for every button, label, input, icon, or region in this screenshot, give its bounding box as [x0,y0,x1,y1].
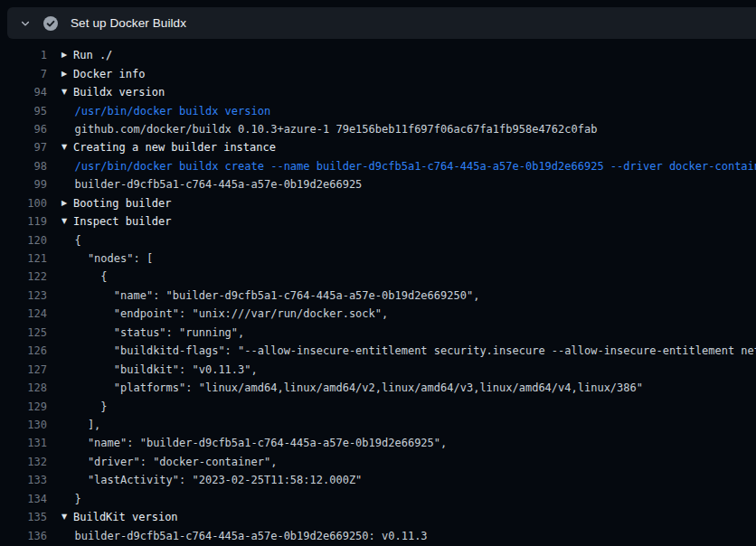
check-circle-icon [43,16,58,31]
log-line: 130 ], [7,416,756,434]
line-number[interactable]: 136 [7,530,47,542]
log-text: { [61,234,81,247]
line-number[interactable]: 127 [7,363,47,376]
log-group-line[interactable]: 1▶Run ./ [7,46,756,64]
log-group-line[interactable]: 119▼Inspect builder [7,212,756,231]
log-group-line[interactable]: 135▼BuildKit version [7,508,756,526]
log-line: 98 /usr/bin/docker buildx create --name … [7,157,756,175]
log-line: 127 "buildkit": "v0.11.3", [7,360,756,378]
log-line: 126 "buildkitd-flags": "--allow-insecure… [7,342,756,360]
line-number[interactable]: 121 [7,252,47,265]
log-text: /usr/bin/docker buildx version [61,105,270,118]
log-line: 99 builder-d9cfb5a1-c764-445a-a57e-0b19d… [7,175,756,193]
log-text: "endpoint": "unix:///var/run/docker.sock… [61,307,388,320]
line-number[interactable]: 119 [7,215,47,228]
line-number[interactable]: 123 [7,289,47,302]
line-number[interactable]: 97 [7,141,47,154]
log-text: /usr/bin/docker buildx create --name bui… [61,160,756,173]
log-text: Run ./ [73,49,112,61]
log-line: 121 "nodes": [ [7,249,756,268]
line-number[interactable]: 135 [7,511,47,523]
log-text: "nodes": [ [61,252,153,265]
log-text: } [61,400,108,413]
log-line: 133 "lastActivity": "2023-02-25T11:58:12… [7,471,756,489]
triangle-down-icon[interactable]: ▼ [61,218,73,225]
line-number[interactable]: 122 [7,270,47,283]
line-number[interactable]: 7 [7,68,47,80]
log-line: 136 builder-d9cfb5a1-c764-445a-a57e-0b19… [7,526,756,544]
log-text: "driver": "docker-container", [61,456,277,468]
triangle-right-icon[interactable]: ▶ [61,52,73,59]
line-number[interactable]: 126 [7,344,47,357]
triangle-right-icon[interactable]: ▶ [61,200,73,207]
line-number[interactable]: 128 [7,381,47,394]
log-line: 122 { [7,268,756,286]
step-header[interactable]: Set up Docker Buildx [7,7,756,39]
line-number[interactable]: 125 [7,326,47,339]
line-number[interactable]: 1 [7,49,47,61]
log-line: 125 "status": "running", [7,324,756,342]
line-number[interactable]: 96 [7,123,47,136]
log-line: 132 "driver": "docker-container", [7,453,756,471]
log-line: 128 "platforms": "linux/amd64,linux/amd6… [7,379,756,397]
log-line: 129 } [7,397,756,415]
log-text: Booting builder [73,197,171,210]
log-line: 123 "name": "builder-d9cfb5a1-c764-445a-… [7,287,756,305]
log-text: } [61,493,81,505]
actions-log-viewer: Set up Docker Buildx 1▶Run ./7▶Docker in… [0,0,756,546]
log-line: 134 } [7,490,756,508]
line-number[interactable]: 100 [7,197,47,210]
line-number[interactable]: 124 [7,307,47,320]
line-number[interactable]: 120 [7,234,47,247]
log-group-line[interactable]: 100▶Booting builder [7,194,756,212]
log-text: "platforms": "linux/amd64,linux/amd64/v2… [61,381,643,394]
log-text: BuildKit version [73,511,178,523]
line-number[interactable]: 95 [7,105,47,118]
line-number[interactable]: 132 [7,456,47,468]
log-text: "buildkit": "v0.11.3", [61,363,258,376]
line-number[interactable]: 133 [7,474,47,486]
step-title: Set up Docker Buildx [71,16,186,30]
line-number[interactable]: 134 [7,493,47,505]
log-text: Creating a new builder instance [73,141,276,154]
log-text: Inspect builder [73,215,171,228]
chevron-down-icon[interactable] [19,17,32,30]
log-group-line[interactable]: 97▼Creating a new builder instance [7,138,756,156]
log-lines: 1▶Run ./7▶Docker info94▼Buildx version95… [7,46,756,545]
triangle-down-icon[interactable]: ▼ [61,144,73,151]
log-text: ], [61,419,100,431]
log-text: "name": "builder-d9cfb5a1-c764-445a-a57e… [61,437,447,449]
log-line: 131 "name": "builder-d9cfb5a1-c764-445a-… [7,434,756,452]
log-line: 95 /usr/bin/docker buildx version [7,101,756,119]
log-text: "name": "builder-d9cfb5a1-c764-445a-a57e… [61,289,479,302]
triangle-down-icon[interactable]: ▼ [61,513,73,521]
line-number[interactable]: 130 [7,419,47,431]
line-number[interactable]: 94 [7,86,47,99]
log-text: "lastActivity": "2023-02-25T11:58:12.000… [61,474,362,486]
line-number[interactable]: 129 [7,400,47,413]
log-text: github.com/docker/buildx 0.10.3+azure-1 … [61,123,597,136]
log-line: 124 "endpoint": "unix:///var/run/docker.… [7,305,756,323]
log-text: Docker info [73,68,145,80]
log-line: 120 { [7,231,756,249]
log-text: "buildkitd-flags": "--allow-insecure-ent… [61,344,756,357]
triangle-right-icon[interactable]: ▶ [61,71,73,78]
log-group-line[interactable]: 94▼Buildx version [7,83,756,101]
line-number[interactable]: 98 [7,160,47,173]
log-text: { [61,270,108,283]
log-group-line[interactable]: 7▶Docker info [7,64,756,82]
triangle-down-icon[interactable]: ▼ [61,89,73,96]
log-text: builder-d9cfb5a1-c764-445a-a57e-0b19d2e6… [61,530,428,542]
line-number[interactable]: 131 [7,437,47,449]
line-number[interactable]: 99 [7,178,47,191]
log-text: "status": "running", [61,326,244,339]
log-text: builder-d9cfb5a1-c764-445a-a57e-0b19d2e6… [61,178,362,191]
log-line: 96 github.com/docker/buildx 0.10.3+azure… [7,120,756,138]
log-text: Buildx version [73,86,165,99]
